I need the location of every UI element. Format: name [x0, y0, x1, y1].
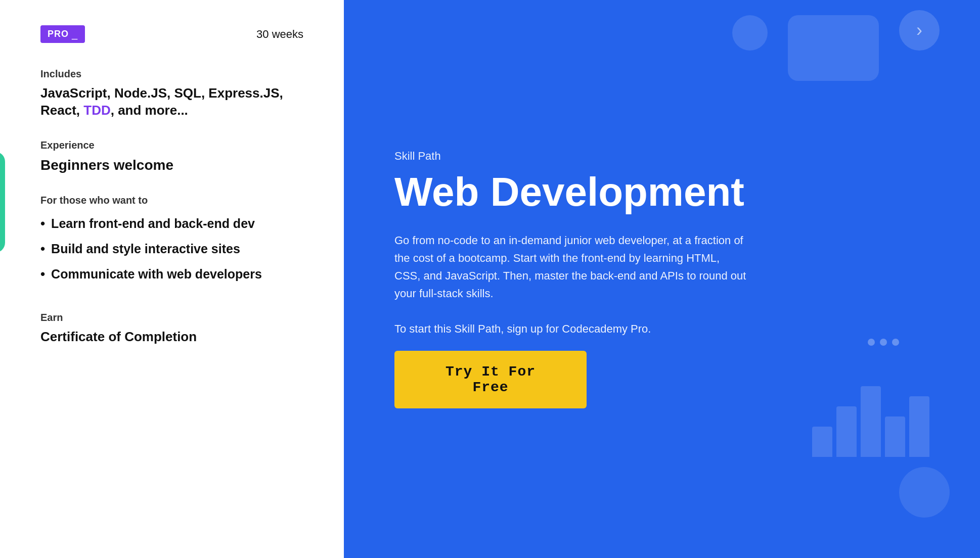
for-those-section: For those who want to Learn front-end an… — [40, 195, 303, 287]
tdd-highlight: TDD — [83, 103, 110, 118]
skill-path-label: Skill Path — [394, 150, 929, 163]
includes-value: JavaScript, Node.JS, SQL, Express.JS, Re… — [40, 85, 303, 119]
try-it-free-button[interactable]: Try It For Free — [394, 351, 587, 408]
earn-label: Earn — [40, 312, 303, 323]
pro-badge: PRO_ — [40, 25, 85, 43]
cta-text: To start this Skill Path, sign up for Co… — [394, 322, 929, 336]
earn-section: Earn Certificate of Completion — [40, 312, 303, 346]
pro-cursor: _ — [72, 28, 78, 40]
bar-2 — [836, 406, 857, 457]
bar-5 — [909, 396, 929, 457]
bar-chart-decoration — [812, 386, 929, 457]
description: Go from no-code to an in-demand junior w… — [394, 231, 748, 303]
earn-value: Certificate of Completion — [40, 329, 303, 346]
left-panel: PRO_ 30 weeks Includes JavaScript, Node.… — [0, 0, 344, 558]
experience-value: Beginners welcome — [40, 156, 303, 174]
experience-label: Experience — [40, 140, 303, 151]
dot-2 — [880, 339, 887, 346]
decorative-shape-bottom — [899, 467, 950, 518]
bullet-list: Learn front-end and back-end dev Build a… — [40, 211, 303, 287]
list-item: Build and style interactive sites — [40, 237, 303, 262]
decorative-shape-1 — [788, 15, 879, 81]
decorative-chevron: › — [899, 10, 940, 51]
dot-1 — [868, 339, 875, 346]
includes-label: Includes — [40, 68, 303, 80]
dot-3 — [892, 339, 899, 346]
includes-section: Includes JavaScript, Node.JS, SQL, Expre… — [40, 68, 303, 119]
pro-text: PRO — [48, 29, 69, 39]
bar-4 — [885, 416, 905, 457]
experience-section: Experience Beginners welcome — [40, 140, 303, 174]
for-those-label: For those who want to — [40, 195, 303, 206]
weeks-label: 30 weeks — [256, 28, 303, 41]
dots-decoration — [868, 339, 899, 346]
list-item: Learn front-end and back-end dev — [40, 211, 303, 237]
chevron-right-icon: › — [916, 20, 922, 41]
main-title: Web Development — [394, 171, 929, 213]
card-header: PRO_ 30 weeks — [40, 25, 303, 43]
list-item: Communicate with web developers — [40, 262, 303, 287]
bar-3 — [861, 386, 881, 457]
decorative-shape-2 — [732, 15, 768, 51]
bar-1 — [812, 427, 832, 457]
right-panel: › Skill Path Web Development Go from no-… — [344, 0, 980, 558]
